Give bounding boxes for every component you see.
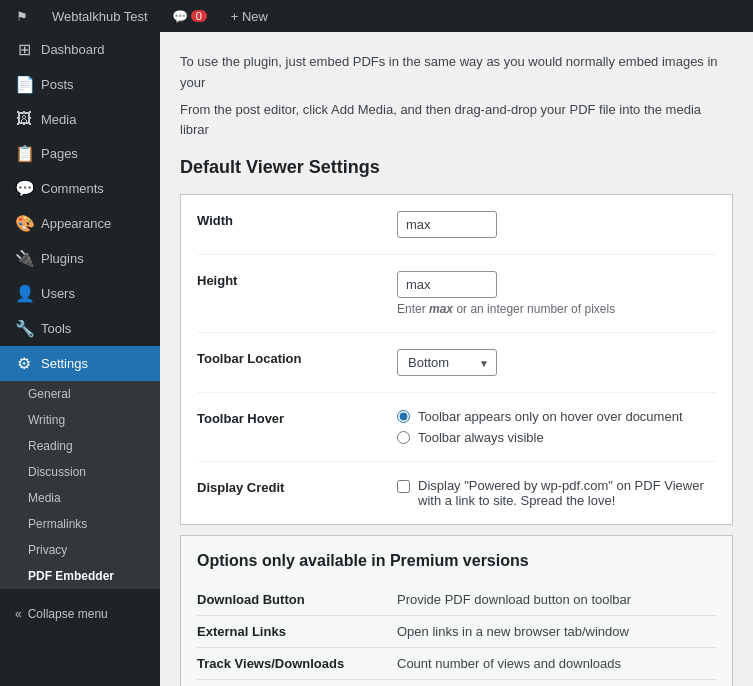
users-icon: 👤 (15, 284, 33, 303)
posts-icon: 📄 (15, 75, 33, 94)
sidebar-item-comments[interactable]: 💬 Comments (0, 171, 160, 206)
submenu-media[interactable]: Media (0, 485, 160, 511)
sidebar-item-posts[interactable]: 📄 Posts (0, 67, 160, 102)
sidebar-label-appearance: Appearance (41, 216, 111, 231)
toolbar-hover-label: Toolbar Hover (197, 409, 397, 445)
tools-icon: 🔧 (15, 319, 33, 338)
wp-logo-icon: ⚑ (16, 9, 28, 24)
width-row: Width (197, 195, 716, 255)
default-viewer-title: Default Viewer Settings (180, 157, 733, 178)
submenu-general[interactable]: General (0, 381, 160, 407)
submenu-pdf-embedder[interactable]: PDF Embedder (0, 563, 160, 589)
site-name-text: Webtalkhub Test (52, 9, 148, 24)
radio-always-label: Toolbar always visible (418, 430, 544, 445)
height-hint: Enter max or an integer number of pixels (397, 302, 716, 316)
sidebar-label-comments: Comments (41, 181, 104, 196)
display-credit-field: Display "Powered by wp-pdf.com" on PDF V… (397, 478, 716, 508)
radio-hover-label: Toolbar appears only on hover over docum… (418, 409, 683, 424)
new-label: + New (231, 9, 268, 24)
premium-item-page-scrolling: Continous Page Scrolling Allow user to s… (197, 680, 716, 686)
pages-icon: 📋 (15, 144, 33, 163)
display-credit-checkbox[interactable] (397, 480, 410, 493)
collapse-icon: « (15, 607, 22, 621)
sidebar-item-tools[interactable]: 🔧 Tools (0, 311, 160, 346)
toolbar-location-field: Bottom Top None ▼ (397, 349, 716, 376)
media-icon: 🖼 (15, 110, 33, 128)
premium-item-download: Download Button Provide PDF download but… (197, 584, 716, 616)
admin-bar-new[interactable]: + New (225, 0, 274, 32)
premium-item-external-links: External Links Open links in a new brows… (197, 616, 716, 648)
premium-download-label: Download Button (197, 592, 397, 607)
radio-hover-input[interactable] (397, 410, 410, 423)
toolbar-location-row: Toolbar Location Bottom Top None ▼ (197, 333, 716, 393)
content-wrap: To use the plugin, just embed PDFs in th… (160, 32, 753, 686)
toolbar-hover-radio-group: Toolbar appears only on hover over docum… (397, 409, 716, 445)
sidebar-item-media[interactable]: 🖼 Media (0, 102, 160, 136)
height-input[interactable] (397, 271, 497, 298)
sidebar-label-tools: Tools (41, 321, 71, 336)
comments-icon: 💬 (172, 9, 188, 24)
width-field (397, 211, 716, 238)
intro-text-2: From the post editor, click Add Media, a… (180, 100, 733, 142)
intro-text-1: To use the plugin, just embed PDFs in th… (180, 52, 733, 94)
submenu-writing[interactable]: Writing (0, 407, 160, 433)
admin-bar-comments[interactable]: 💬 0 (166, 0, 213, 32)
settings-form: Width Height Enter max or an integer num… (180, 194, 733, 525)
comment-count: 0 (191, 10, 207, 22)
comments-nav-icon: 💬 (15, 179, 33, 198)
sidebar-label-pages: Pages (41, 146, 78, 161)
sidebar-label-plugins: Plugins (41, 251, 84, 266)
toolbar-location-label: Toolbar Location (197, 349, 397, 376)
submenu-reading[interactable]: Reading (0, 433, 160, 459)
sidebar: ⊞ Dashboard 📄 Posts 🖼 Media 📋 Pages 💬 Co… (0, 0, 160, 686)
sidebar-item-plugins[interactable]: 🔌 Plugins (0, 241, 160, 276)
sidebar-label-media: Media (41, 112, 76, 127)
sidebar-label-settings: Settings (41, 356, 88, 371)
display-credit-checkbox-wrap[interactable]: Display "Powered by wp-pdf.com" on PDF V… (397, 478, 716, 508)
display-credit-row: Display Credit Display "Powered by wp-pd… (197, 462, 716, 524)
sidebar-label-dashboard: Dashboard (41, 42, 105, 57)
main-content: To use the plugin, just embed PDFs in th… (160, 0, 753, 686)
submenu-permalinks[interactable]: Permalinks (0, 511, 160, 537)
admin-bar-wp-logo[interactable]: ⚑ (10, 0, 34, 32)
settings-icon: ⚙ (15, 354, 33, 373)
radio-always-input[interactable] (397, 431, 410, 444)
admin-bar-site-name[interactable]: Webtalkhub Test (46, 0, 154, 32)
plugins-icon: 🔌 (15, 249, 33, 268)
collapse-label: Collapse menu (28, 607, 108, 621)
width-label: Width (197, 211, 397, 238)
collapse-menu-button[interactable]: « Collapse menu (0, 599, 160, 629)
toolbar-hover-row: Toolbar Hover Toolbar appears only on ho… (197, 393, 716, 462)
sidebar-item-pages[interactable]: 📋 Pages (0, 136, 160, 171)
toolbar-hover-field: Toolbar appears only on hover over docum… (397, 409, 716, 445)
sidebar-item-appearance[interactable]: 🎨 Appearance (0, 206, 160, 241)
premium-title: Options only available in Premium versio… (197, 552, 716, 570)
height-field: Enter max or an integer number of pixels (397, 271, 716, 316)
submenu-discussion[interactable]: Discussion (0, 459, 160, 485)
sidebar-item-users[interactable]: 👤 Users (0, 276, 160, 311)
sidebar-item-dashboard[interactable]: ⊞ Dashboard (0, 32, 160, 67)
sidebar-label-users: Users (41, 286, 75, 301)
width-input[interactable] (397, 211, 497, 238)
appearance-icon: 🎨 (15, 214, 33, 233)
radio-always[interactable]: Toolbar always visible (397, 430, 716, 445)
settings-submenu: General Writing Reading Discussion Media… (0, 381, 160, 589)
toolbar-location-select-wrap: Bottom Top None ▼ (397, 349, 497, 376)
sidebar-label-posts: Posts (41, 77, 74, 92)
display-credit-text: Display "Powered by wp-pdf.com" on PDF V… (418, 478, 716, 508)
premium-download-desc: Provide PDF download button on toolbar (397, 592, 716, 607)
admin-bar: ⚑ Webtalkhub Test 💬 0 + New (0, 0, 753, 32)
toolbar-location-select[interactable]: Bottom Top None (397, 349, 497, 376)
premium-track-label: Track Views/Downloads (197, 656, 397, 671)
display-credit-label: Display Credit (197, 478, 397, 508)
premium-section: Options only available in Premium versio… (180, 535, 733, 686)
premium-external-label: External Links (197, 624, 397, 639)
premium-external-desc: Open links in a new browser tab/window (397, 624, 716, 639)
submenu-privacy[interactable]: Privacy (0, 537, 160, 563)
premium-item-track-views: Track Views/Downloads Count number of vi… (197, 648, 716, 680)
dashboard-icon: ⊞ (15, 40, 33, 59)
radio-hover[interactable]: Toolbar appears only on hover over docum… (397, 409, 716, 424)
sidebar-item-settings[interactable]: ⚙ Settings (0, 346, 160, 381)
height-row: Height Enter max or an integer number of… (197, 255, 716, 333)
premium-track-desc: Count number of views and downloads (397, 656, 716, 671)
